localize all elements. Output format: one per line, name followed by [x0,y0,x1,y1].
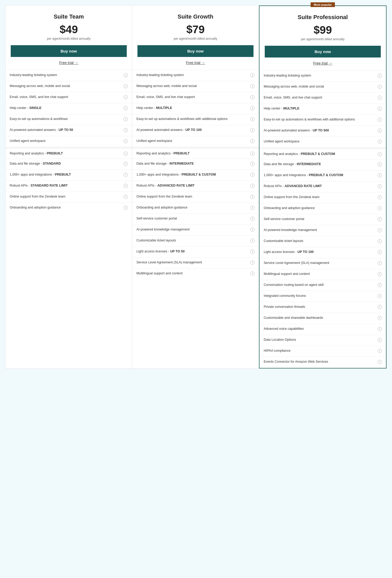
info-icon[interactable]: i [124,162,128,166]
info-icon[interactable]: i [378,140,382,144]
info-icon[interactable]: i [124,152,128,156]
info-icon[interactable]: i [250,217,255,221]
feature-text: AI-powered knowledge management [264,228,378,233]
info-icon[interactable]: i [250,95,255,99]
info-icon[interactable]: i [378,96,382,100]
feature-item: Online support from the Zendesk team i [132,192,259,203]
plan-name-growth: Suite Growth [137,13,253,20]
free-trial-link-professional[interactable]: Free trial [313,61,332,65]
feature-text: Onboarding and adoption guidance [10,205,124,210]
info-icon[interactable]: i [250,228,255,232]
info-icon[interactable]: i [378,305,382,309]
info-icon[interactable]: i [250,184,255,188]
feature-text: Light access licenses - UP TO 50 [136,249,250,254]
info-icon[interactable]: i [250,261,255,265]
info-icon[interactable]: i [124,184,128,188]
feature-item: Data Location Options i [260,335,386,346]
feature-text: Events Connector for Amazon Web Services [264,360,378,364]
info-icon[interactable]: i [378,206,382,210]
info-icon[interactable]: i [378,360,382,364]
buy-now-button-growth[interactable]: Buy now [137,45,253,57]
info-icon[interactable]: i [250,128,255,132]
info-icon[interactable]: i [378,162,382,166]
plan-billing-team: per agent/month billed annually [11,37,127,41]
feature-item: Light access licenses - UP TO 100 i [260,247,386,258]
info-icon[interactable]: i [378,107,382,111]
feature-text: Customizable ticket layouts [264,239,378,244]
info-icon[interactable]: i [378,85,382,89]
feature-text: Help center - MULTIPLE [264,106,378,111]
info-icon[interactable]: i [124,173,128,177]
feature-item: Onboarding and adoption guidance i [132,203,259,214]
info-icon[interactable]: i [250,106,255,110]
plan-header-growth: Suite Growth $79 per agent/month billed … [132,5,259,70]
info-icon[interactable]: i [378,228,382,232]
info-icon[interactable]: i [378,118,382,122]
feature-item: Industry-leading ticketing system i [260,71,386,82]
feature-item: AI-powered automated answers - UP TO 500… [260,126,386,137]
info-icon[interactable]: i [378,195,382,199]
feature-text: Onboarding and adoption guidance [136,205,250,210]
info-icon[interactable]: i [378,272,382,276]
free-trial-link-growth[interactable]: Free trial [186,61,205,65]
feature-item: Self-service customer portal i [132,214,259,225]
feature-text: Help center - MULTIPLE [136,106,250,111]
plan-billing-professional: per agent/month billed annually [265,37,381,41]
info-icon[interactable]: i [378,349,382,353]
free-trial-link-team[interactable]: Free trial [59,61,78,65]
info-icon[interactable]: i [250,239,255,243]
info-icon[interactable]: i [250,250,255,254]
feature-text: Customizable ticket layouts [136,238,250,243]
buy-now-button-professional[interactable]: Buy now [265,46,381,57]
info-icon[interactable]: i [378,338,382,342]
feature-text: Help center - SINGLE [10,106,124,111]
info-icon[interactable]: i [378,173,382,177]
info-icon[interactable]: i [250,173,255,177]
info-icon[interactable]: i [378,129,382,133]
info-icon[interactable]: i [250,206,255,210]
info-icon[interactable]: i [250,84,255,88]
feature-text: Unified agent workspace [136,139,250,143]
info-icon[interactable]: i [250,117,255,121]
feature-item: Email, voice, SMS, and live chat support… [5,92,132,103]
feature-text: Easy-to-set up automations & workflows [10,117,124,122]
info-icon[interactable]: i [378,217,382,221]
info-icon[interactable]: i [378,327,382,331]
plan-header-professional: Suite Professional $99 per agent/month b… [260,6,386,71]
feature-item: Online support from the Zendesk team i [260,192,386,203]
info-icon[interactable]: i [378,250,382,254]
info-icon[interactable]: i [124,206,128,210]
info-icon[interactable]: i [378,184,382,188]
info-icon[interactable]: i [124,106,128,110]
feature-item: Advanced voice capabilities i [260,324,386,335]
info-icon[interactable]: i [378,152,382,156]
info-icon[interactable]: i [124,117,128,121]
info-icon[interactable]: i [378,294,382,298]
info-icon[interactable]: i [250,162,255,166]
info-icon[interactable]: i [250,139,255,143]
feature-text: 1,000+ apps and integrations - PREBUILT … [136,172,250,177]
info-icon[interactable]: i [124,95,128,99]
feature-text: Onboarding and adoption guidance [264,206,378,211]
info-icon[interactable]: i [250,195,255,199]
buy-now-button-team[interactable]: Buy now [11,45,127,57]
info-icon[interactable]: i [378,239,382,243]
feature-item: Industry-leading ticketing system i [5,70,132,81]
feature-item: Multilingual support and content i [132,269,259,280]
info-icon[interactable]: i [124,73,128,77]
feature-item: Customizable ticket layouts i [132,236,259,247]
feature-item: 1,000+ apps and integrations - PREBUILT … [260,170,386,181]
info-icon[interactable]: i [250,152,255,156]
info-icon[interactable]: i [378,74,382,78]
info-icon[interactable]: i [378,261,382,265]
info-icon[interactable]: i [124,195,128,199]
info-icon[interactable]: i [250,271,255,276]
info-icon[interactable]: i [124,128,128,132]
feature-item: Email, voice, SMS, and live chat support… [260,93,386,104]
info-icon[interactable]: i [378,316,382,320]
info-icon[interactable]: i [124,139,128,143]
info-icon[interactable]: i [250,73,255,77]
info-icon[interactable]: i [378,283,382,287]
feature-list-professional: Industry-leading ticketing system i Mess… [260,71,386,368]
info-icon[interactable]: i [124,84,128,88]
